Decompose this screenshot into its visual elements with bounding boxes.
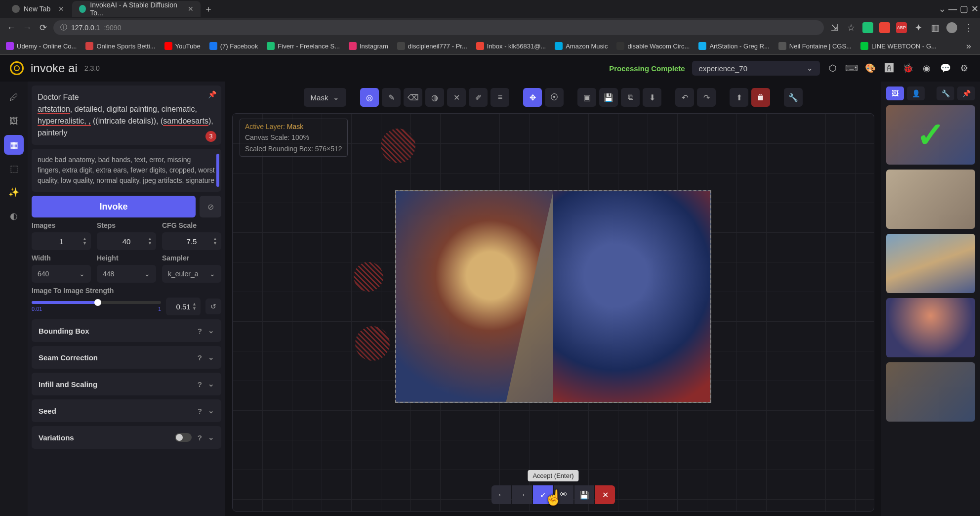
infill-scaling-accordion[interactable]: Infill and Scaling?⌄ xyxy=(32,373,221,395)
cancel-button[interactable]: ⊘ xyxy=(200,196,221,217)
cube-icon[interactable]: ⬡ xyxy=(827,62,839,74)
palette-icon[interactable]: 🎨 xyxy=(864,62,876,74)
images-input[interactable]: 1▲▼ xyxy=(32,232,91,250)
profile-avatar[interactable] xyxy=(946,22,957,33)
close-icon[interactable]: ✕ xyxy=(188,5,194,13)
txt2img-tab[interactable]: 🖊 xyxy=(4,87,24,107)
brush-tool[interactable]: ◎ xyxy=(360,88,379,107)
bookmark-item[interactable]: YouTube xyxy=(164,42,201,50)
bookmark-item[interactable]: (7) Facebook xyxy=(209,42,258,50)
help-icon[interactable]: ? xyxy=(198,433,202,442)
bookmark-item[interactable]: LINE WEBTOON - G... xyxy=(860,42,937,50)
staging-discard-button[interactable]: ✕ xyxy=(595,485,615,504)
gallery-settings-icon[interactable]: 🔧 xyxy=(937,86,954,100)
variations-accordion[interactable]: Variations?⌄ xyxy=(32,426,221,449)
bug-icon[interactable]: 🐞 xyxy=(902,62,914,74)
eraser-tool[interactable]: ⌫ xyxy=(404,88,422,107)
install-icon[interactable]: ⇲ xyxy=(829,22,840,33)
height-select[interactable]: 448⌄ xyxy=(97,265,156,283)
nodes-tab[interactable]: ⬚ xyxy=(4,159,24,178)
negative-prompt[interactable]: nude bad anatomy, bad hands, text, error… xyxy=(32,149,221,192)
sidepanel-icon[interactable]: ▥ xyxy=(930,22,940,33)
layer-select[interactable]: Mask⌄ xyxy=(304,88,347,107)
bookmark-item[interactable]: ArtStation - Greg R... xyxy=(698,42,769,50)
bookmark-item[interactable]: disable Wacom Circ... xyxy=(616,42,690,50)
seam-correction-accordion[interactable]: Seam Correction?⌄ xyxy=(32,346,221,369)
move-tool[interactable]: ✥ xyxy=(523,88,542,107)
extensions-icon[interactable]: ✦ xyxy=(913,22,924,33)
staging-save-button[interactable]: 💾 xyxy=(574,485,594,504)
bookmark-item[interactable]: Instagram xyxy=(349,42,388,50)
merge-visible[interactable]: ▣ xyxy=(577,88,596,107)
help-icon[interactable]: ? xyxy=(198,353,202,362)
training-tab[interactable]: ◐ xyxy=(4,206,24,226)
scrollbar[interactable] xyxy=(216,154,219,187)
copy-to-clipboard[interactable]: ⧉ xyxy=(621,88,640,107)
back-icon[interactable]: ← xyxy=(6,22,17,33)
github-icon[interactable]: ◉ xyxy=(921,62,933,74)
extension-icon[interactable]: ABP xyxy=(896,22,907,33)
download-image[interactable]: ⬇ xyxy=(643,88,661,107)
img2img-tab[interactable]: 🖼 xyxy=(4,111,24,131)
invoke-button[interactable]: Invoke xyxy=(32,196,196,217)
bookmark-item[interactable]: Fiverr - Freelance S... xyxy=(267,42,340,50)
pin-icon[interactable]: 📌 xyxy=(208,89,216,100)
keyboard-icon[interactable]: ⌨ xyxy=(846,62,858,74)
chevron-down-icon[interactable]: ⌄ xyxy=(937,3,947,14)
close-icon[interactable]: ✕ xyxy=(58,5,64,13)
help-icon[interactable]: ? xyxy=(198,327,202,335)
unified-canvas-tab[interactable]: ▦ xyxy=(4,135,24,155)
seed-accordion[interactable]: Seed?⌄ xyxy=(32,399,221,422)
canvas-viewport[interactable]: Active Layer: Mask Canvas Scale: 100% Sc… xyxy=(232,113,874,512)
gallery-thumbnail[interactable] xyxy=(886,234,975,293)
save-to-gallery[interactable]: 💾 xyxy=(599,88,618,107)
settings-icon[interactable]: ⚙ xyxy=(958,62,970,74)
help-icon[interactable]: ? xyxy=(198,380,202,388)
bookmark-item[interactable]: Neil Fontaine | CGS... xyxy=(778,42,852,50)
color-picker-tool[interactable]: ✐ xyxy=(469,88,488,107)
gallery-thumbnail[interactable] xyxy=(886,170,975,229)
site-info-icon[interactable]: ⓘ xyxy=(60,23,67,32)
minimize-icon[interactable]: — xyxy=(947,3,958,14)
bookmark-item[interactable]: Udemy - Online Co... xyxy=(6,42,77,50)
slider-thumb[interactable] xyxy=(94,299,101,306)
positive-prompt[interactable]: 📌 Doctor Fate artstation, detailed, digi… xyxy=(32,86,221,145)
clear-canvas-button[interactable]: 🗑 xyxy=(751,88,770,107)
language-icon[interactable]: 🅰 xyxy=(883,62,895,74)
address-bar[interactable]: ⓘ 127.0.0.1:9090 xyxy=(53,20,824,35)
menu-icon[interactable]: ⋮ xyxy=(963,22,974,33)
browser-tab-active[interactable]: InvokeAI - A Stable Diffusion To... ✕ xyxy=(72,1,201,17)
redo-button[interactable]: ↷ xyxy=(697,88,716,107)
bookmark-item[interactable]: Online Sports Betti... xyxy=(85,42,155,50)
discord-icon[interactable]: 💬 xyxy=(939,62,951,74)
stepper-icon[interactable]: ▲▼ xyxy=(148,237,152,246)
bookmark-star-icon[interactable]: ☆ xyxy=(846,22,857,33)
reset-icon[interactable]: ↺ xyxy=(205,299,221,314)
variations-toggle[interactable] xyxy=(175,433,192,442)
upload-button[interactable]: ⬆ xyxy=(730,88,748,107)
strength-input[interactable]: 0.51▲▼ xyxy=(166,298,201,315)
staging-prev-button[interactable]: ← xyxy=(491,485,511,504)
steps-input[interactable]: 40▲▼ xyxy=(97,232,156,250)
browser-tab[interactable]: New Tab ✕ xyxy=(5,1,71,17)
strength-slider[interactable] xyxy=(32,301,161,304)
gallery-uploads-tab[interactable]: 👤 xyxy=(907,86,925,100)
canvas-settings[interactable]: 🔧 xyxy=(784,88,803,107)
reload-icon[interactable]: ⟳ xyxy=(38,22,48,33)
extension-icon[interactable] xyxy=(879,22,890,33)
bookmark-item[interactable]: discipleneil777 - Pr... xyxy=(397,42,467,50)
bounding-box-accordion[interactable]: Bounding Box?⌄ xyxy=(32,319,221,342)
clear-tool[interactable]: ✕ xyxy=(447,88,466,107)
maximize-icon[interactable]: ▢ xyxy=(958,3,969,14)
sampler-select[interactable]: k_euler_a⌄ xyxy=(162,265,221,283)
width-select[interactable]: 640⌄ xyxy=(32,265,91,283)
stepper-icon[interactable]: ▲▼ xyxy=(213,237,217,246)
gallery-pin-icon[interactable]: 📌 xyxy=(957,86,975,100)
undo-button[interactable]: ↶ xyxy=(675,88,694,107)
cfg-input[interactable]: 7.5▲▼ xyxy=(162,232,221,250)
postprocess-tab[interactable]: ✨ xyxy=(4,182,24,202)
stepper-icon[interactable]: ▲▼ xyxy=(192,302,197,311)
extension-icon[interactable] xyxy=(862,22,873,33)
pen-tool[interactable]: ✎ xyxy=(382,88,401,107)
new-tab-button[interactable]: ＋ xyxy=(202,2,215,16)
